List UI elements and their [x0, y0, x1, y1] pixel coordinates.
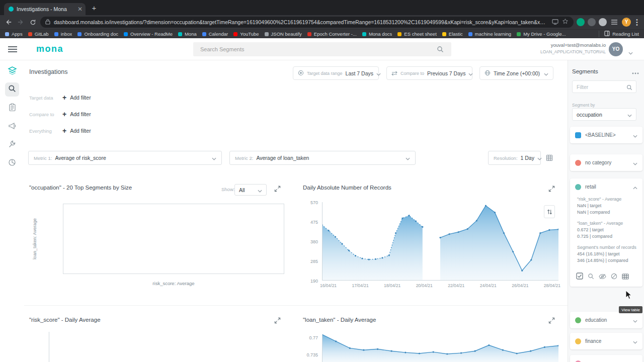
bookmark-item[interactable]: JSON beautify — [265, 31, 302, 37]
browser-profile-avatar[interactable]: Y — [622, 18, 631, 27]
extension-icon[interactable] — [577, 18, 585, 26]
reload-icon[interactable] — [28, 18, 37, 27]
chevron-down-icon[interactable] — [633, 337, 637, 346]
bookmark-item[interactable]: Calendar — [202, 31, 228, 37]
search-icon[interactable] — [437, 46, 444, 55]
extension-icon[interactable] — [588, 18, 596, 26]
segment-card-header[interactable]: education — [570, 312, 642, 328]
bookmark-item[interactable]: Mona — [178, 31, 197, 37]
bookmark-item[interactable]: Overview - ReadMe — [124, 31, 173, 37]
cast-icon[interactable] — [552, 18, 558, 27]
browser-tab[interactable]: Investigations - Mona ✕ — [4, 3, 86, 15]
forward-icon[interactable] — [16, 18, 25, 27]
nav-investigations-item[interactable] — [5, 82, 19, 97]
target-range-dropdown[interactable]: Target data range Last 7 Days — [293, 66, 379, 80]
bookmark-item[interactable]: machine learning — [468, 31, 511, 37]
scatter-chart-title: "occupation" - 20 Top Segments by Size — [29, 185, 132, 191]
add-filter-button[interactable]: +Add filter — [62, 94, 91, 101]
chart-sort-button[interactable] — [544, 205, 555, 218]
zoom-icon[interactable] — [588, 273, 594, 282]
loan-plot-area[interactable] — [322, 334, 558, 362]
chevron-down-icon[interactable] — [633, 131, 637, 140]
view-table-icon[interactable] — [622, 273, 629, 282]
chevron-up-icon[interactable] — [633, 183, 637, 192]
search-input[interactable] — [193, 42, 451, 56]
segment-card[interactable]: finance — [570, 333, 642, 349]
show-select[interactable]: All — [234, 184, 267, 196]
bookmark-item[interactable]: Elastic — [442, 31, 463, 37]
bookmark-item[interactable]: Epoch Converter -... — [307, 31, 357, 37]
bookmark-item[interactable]: Mona docs — [362, 31, 392, 37]
bookmark-item[interactable]: YouTube — [233, 31, 259, 37]
extension-icon[interactable] — [599, 18, 607, 26]
bookmark-item[interactable]: inbox — [54, 31, 72, 37]
bookmark-item[interactable]: Onboarding doc — [77, 31, 118, 37]
segment-card[interactable]: retail"risk_score" - AverageNaN | target… — [570, 178, 642, 287]
chevron-down-icon — [627, 110, 632, 119]
add-filter-button[interactable]: +Add filter — [62, 111, 91, 118]
address-bar[interactable]: dashboard.monalabs.io/investigations/?di… — [40, 17, 574, 28]
tab-close-icon[interactable]: ✕ — [77, 6, 83, 12]
risk-plot-area[interactable] — [49, 332, 270, 362]
segment-card-header[interactable]: no category — [570, 154, 642, 171]
segment-card[interactable] — [570, 355, 642, 362]
segment-card[interactable]: no category — [570, 154, 642, 171]
app-header: mona youval+test@monalabs.io LOAN_APPLIC… — [0, 38, 644, 60]
records-plot-area[interactable] — [322, 202, 558, 281]
reading-list-button[interactable]: Reading List — [599, 31, 639, 37]
avatar[interactable]: YO — [609, 42, 623, 56]
bookmark-favicon — [5, 32, 9, 36]
bookmark-item[interactable]: GitLab — [28, 31, 49, 37]
nav-reports-item[interactable] — [5, 101, 19, 115]
nav-data-item[interactable] — [5, 156, 19, 170]
new-tab-button[interactable]: + — [90, 4, 99, 13]
expand-icon[interactable] — [274, 317, 281, 324]
segment-card-header[interactable]: <BASELINE> — [570, 127, 642, 143]
segment-card-header[interactable]: finance — [570, 333, 642, 349]
bookmark-favicon — [178, 32, 182, 36]
nav-dashboards-item[interactable] — [5, 64, 19, 78]
bookmark-star-icon[interactable] — [562, 18, 569, 27]
segment-by-select[interactable]: occupation — [572, 108, 636, 121]
segment-card-header[interactable]: retail — [570, 178, 642, 195]
nav-insights-item[interactable] — [5, 120, 19, 134]
compare-to-dropdown[interactable]: Compare to Previous 7 Days — [386, 66, 472, 80]
account-chevron-down-icon[interactable] — [628, 48, 633, 57]
browser-menu-icon[interactable]: ••• — [634, 19, 640, 26]
bookmark-item[interactable]: Apps — [5, 31, 23, 37]
chevron-down-icon[interactable] — [633, 359, 637, 362]
records-chart-title: Daily Absolute Number of Records — [303, 185, 391, 191]
segment-color-square — [575, 132, 581, 138]
metric2-select[interactable]: Metric 2: Average of loan_taken — [229, 151, 416, 165]
grid-view-button[interactable] — [544, 153, 554, 163]
search-icon — [626, 83, 632, 93]
chevron-down-icon[interactable] — [633, 158, 637, 167]
segment-card-header[interactable] — [570, 355, 642, 362]
select-checkbox[interactable] — [576, 273, 583, 282]
hide-icon[interactable] — [599, 273, 606, 282]
timezone-dropdown[interactable]: Time Zone (+00:00) — [479, 66, 553, 80]
resolution-select[interactable]: Resolution: 1 Day — [488, 151, 541, 165]
url-text[interactable]: dashboard.monalabs.io/investigations/?di… — [54, 19, 548, 25]
chevron-down-icon[interactable] — [633, 316, 637, 325]
segment-card[interactable]: education — [570, 312, 642, 328]
segment-card[interactable]: <BASELINE> — [570, 127, 642, 143]
hamburger-menu-icon[interactable] — [8, 46, 17, 52]
back-icon[interactable] — [4, 18, 13, 27]
nav-config-item[interactable] — [5, 138, 19, 152]
more-menu-icon[interactable] — [632, 67, 639, 76]
bookmark-item[interactable]: My Drive - Google... — [517, 31, 566, 37]
exclude-icon[interactable] — [611, 273, 617, 282]
bookmark-item[interactable]: ES cheet sheet — [397, 31, 436, 37]
bookmark-favicon — [124, 32, 128, 36]
expand-icon[interactable] — [548, 186, 555, 192]
extensions-menu-icon[interactable] — [610, 18, 619, 27]
browser-toolbar: dashboard.monalabs.io/investigations/?di… — [0, 15, 644, 29]
pie-chart-icon — [8, 158, 16, 168]
expand-icon[interactable] — [274, 186, 281, 192]
y-tick-label: 475 — [310, 220, 318, 225]
scatter-plot-area[interactable] — [63, 204, 284, 274]
metric1-select[interactable]: Metric 1: Average of risk_score — [28, 151, 222, 165]
expand-icon[interactable] — [548, 317, 555, 324]
add-filter-button[interactable]: +Add filter — [62, 127, 91, 134]
